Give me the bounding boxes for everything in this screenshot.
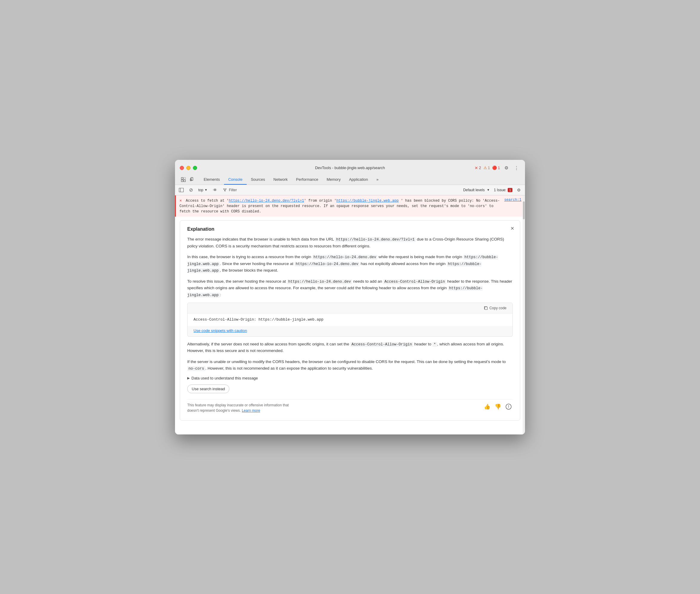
filter-area[interactable]: Filter (221, 187, 240, 193)
error-circle-icon: ✕ (475, 166, 478, 170)
use-code-snippets-caution-link[interactable]: Use code snippets with caution (187, 326, 513, 336)
chevron-down-icon: ▼ (205, 188, 208, 192)
svg-rect-1 (184, 177, 185, 179)
explanation-paragraph-3: To resolve this issue, the server hostin… (187, 278, 513, 298)
info-icon: 🔴 (492, 166, 497, 170)
use-search-instead-button[interactable]: Use search instead (187, 385, 230, 393)
error-source-link[interactable]: search:1 (504, 198, 521, 202)
clear-console-icon[interactable]: ⊘ (187, 186, 195, 194)
copy-code-button[interactable]: Copy code (481, 305, 509, 311)
error-circle-icon: ✕ (179, 198, 182, 203)
nav-tabs: Elements Console Sources Network Perform… (180, 175, 520, 185)
code-snippet: Access-Control-Allow-Origin: https://bub… (187, 314, 513, 326)
warn-badge[interactable]: ⚠ 1 (484, 166, 490, 170)
scrollbar-thumb[interactable] (523, 201, 525, 219)
error-badge[interactable]: ✕ 2 (475, 166, 481, 170)
tab-more[interactable]: » (372, 175, 383, 185)
code-block-container: Copy code Access-Control-Allow-Origin: h… (187, 303, 513, 337)
devtools-window: DevTools - bubble-jingle.web.app/search … (175, 160, 525, 434)
traffic-lights (180, 166, 197, 170)
explanation-paragraph-1: The error message indicates that the bro… (187, 236, 513, 250)
tab-elements[interactable]: Elements (200, 175, 224, 185)
svg-rect-2 (181, 180, 183, 182)
settings-icon[interactable]: ⚙ (502, 164, 510, 172)
feedback-icons: 👍 👎 (483, 402, 513, 411)
devtools-mode-icons (180, 176, 196, 183)
warn-triangle-icon: ⚠ (484, 166, 487, 170)
close-button[interactable] (180, 166, 184, 170)
tab-performance[interactable]: Performance (292, 175, 322, 185)
fetch-url-link[interactable]: https://hello-io-24.deno.dev/?lvl=1 (229, 199, 304, 203)
svg-rect-4 (191, 177, 193, 180)
eye-icon[interactable]: 👁 (211, 186, 219, 194)
explanation-panel: Explanation ✕ The error message indicate… (180, 220, 520, 421)
triangle-right-icon: ▶ (187, 376, 189, 380)
console-settings-icon[interactable]: ⚙ (515, 186, 523, 194)
error-row: ✕ Access to fetch at 'https://hello-io-2… (175, 195, 525, 217)
sidebar-toggle-icon[interactable] (177, 186, 185, 194)
close-explanation-button[interactable]: ✕ (509, 225, 516, 232)
thumbs-down-icon[interactable]: 👎 (494, 402, 502, 411)
log-levels-selector[interactable]: Default levels ▼ (461, 187, 492, 193)
device-toggle-icon[interactable] (189, 176, 196, 183)
tab-memory[interactable]: Memory (322, 175, 345, 185)
error-text: ✕ Access to fetch at 'https://hello-io-2… (179, 198, 504, 214)
svg-rect-0 (181, 177, 183, 179)
origin-url-link[interactable]: https://bubble-jingle.web.app (336, 199, 399, 203)
issues-count: 1 (508, 188, 513, 192)
disclaimer-text: This feature may display inaccurate or o… (187, 402, 295, 413)
svg-rect-3 (184, 180, 185, 182)
toolbar-right: Default levels ▼ 1 Issue: 1 ⚙ (461, 186, 523, 194)
svg-rect-6 (179, 188, 184, 192)
svg-rect-8 (485, 307, 487, 309)
header-badges: ✕ 2 ⚠ 1 🔴 1 ⚙ ⋮ (475, 164, 520, 172)
chevron-down-icon: ▼ (487, 188, 490, 192)
issues-badge[interactable]: 1 Issue: 1 (494, 188, 513, 192)
info-badge[interactable]: 🔴 1 (492, 166, 500, 170)
data-used-toggle[interactable]: ▶ Data used to understand this message (187, 376, 513, 381)
console-content: ✕ Access to fetch at 'https://hello-io-2… (175, 195, 525, 434)
footer-disclaimer: This feature may display inaccurate or o… (187, 399, 513, 415)
context-selector[interactable]: top ▼ (197, 187, 209, 193)
inspect-icon[interactable] (180, 176, 187, 183)
titlebar: DevTools - bubble-jingle.web.app/search … (175, 160, 525, 185)
console-toolbar: ⊘ top ▼ 👁 Filter Default levels ▼ 1 Issu… (175, 185, 525, 195)
tab-network[interactable]: Network (269, 175, 292, 185)
tab-application[interactable]: Application (345, 175, 373, 185)
more-feedback-icon[interactable] (504, 402, 513, 411)
scrollbar-track[interactable] (523, 195, 525, 434)
code-block-toolbar: Copy code (187, 303, 513, 314)
explanation-paragraph-2: In this case, the browser is trying to a… (187, 254, 513, 274)
window-title: DevTools - bubble-jingle.web.app/search (315, 166, 385, 170)
explanation-title: Explanation (187, 227, 513, 232)
maximize-button[interactable] (193, 166, 197, 170)
explanation-paragraph-4: Alternatively, if the server does not ne… (187, 341, 513, 354)
thumbs-up-icon[interactable]: 👍 (483, 402, 491, 411)
tab-sources[interactable]: Sources (247, 175, 269, 185)
tab-console[interactable]: Console (224, 175, 247, 185)
explanation-paragraph-5: If the server is unable or unwilling to … (187, 359, 513, 372)
more-options-icon[interactable]: ⋮ (513, 164, 520, 172)
svg-point-11 (508, 407, 509, 408)
learn-more-link[interactable]: Learn more (242, 408, 260, 412)
minimize-button[interactable] (186, 166, 190, 170)
